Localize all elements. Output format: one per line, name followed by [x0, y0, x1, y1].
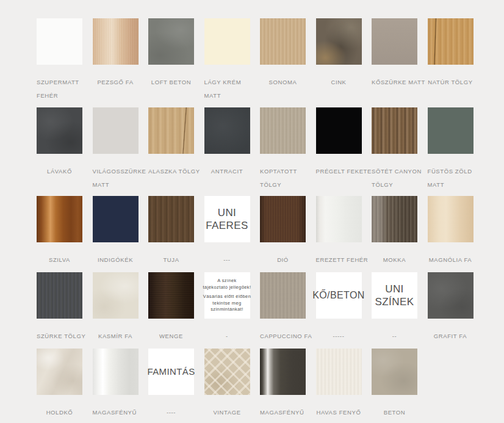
- vintage-swatch[interactable]: [204, 349, 250, 395]
- swatch-text-line: szinmintánkat!: [211, 306, 243, 313]
- grafit-fa-swatch[interactable]: [428, 272, 473, 319]
- swatch-cell-magnolia-fa: MAGNÓLIA FA: [428, 196, 484, 272]
- lagy-krem-matt-swatch[interactable]: [204, 18, 250, 65]
- swatch-label: SZILVA: [37, 253, 82, 267]
- cink-swatch[interactable]: [316, 18, 362, 65]
- szilva-swatch[interactable]: [37, 196, 82, 242]
- swatch-cell-natur-tolgy: NATÚR TÖLGY: [428, 18, 484, 107]
- magnolia-fa-swatch[interactable]: [428, 196, 473, 242]
- swatch-label: PRÉGELT FEKETE: [316, 165, 362, 178]
- swatch-cell-szurke-tolgy: SZÜRKE TÖLGY: [37, 272, 93, 349]
- natur-tolgy-swatch[interactable]: [428, 18, 473, 65]
- swatch-label: SZUPERMATTFEHÉR: [37, 76, 82, 103]
- swatch-label: HOLDKŐ: [37, 406, 82, 419]
- swatch-label: MOKKA: [372, 253, 417, 267]
- swatch-cell-magasfenyu-feher: MAGASFÉNYŰFEHÉR: [93, 349, 149, 423]
- alaszka-tolgy-swatch[interactable]: [148, 107, 194, 154]
- szin-info-swatch[interactable]: A színektájékoztató jellegűek!Vásárlás e…: [204, 272, 250, 319]
- swatch-cell-wenge: WENGE: [148, 272, 204, 349]
- swatch-cell-grafit-fa: GRAFIT FA: [428, 272, 484, 349]
- swatch-cell-ko-beton: KŐ/BETON-----: [316, 272, 372, 349]
- indigokek-swatch[interactable]: [93, 196, 139, 242]
- swatch-cell-antracit: ANTRACIT: [204, 107, 261, 196]
- swatch-cell-havas-fenyo: HAVAS FENYŐ: [316, 349, 372, 423]
- beton-swatch[interactable]: [372, 349, 417, 395]
- magasfenyu-grafitszurke-swatch[interactable]: [260, 349, 306, 395]
- swatch-cell-pezsgo-fa: PEZSGŐ FA: [93, 18, 149, 107]
- swatch-cell-cappuccino-fa: CAPPUCCINO FA: [260, 272, 316, 349]
- swatch-text-line: UNI: [385, 283, 403, 295]
- swatch-row: SZUPERMATTFEHÉRPEZSGŐ FALOFT BETONLÁGY K…: [37, 18, 504, 107]
- szupermatt-feher-swatch[interactable]: [37, 18, 82, 65]
- havas-fenyo-swatch[interactable]: [316, 349, 362, 395]
- swatch-cell-tuja: TUJA: [148, 196, 204, 272]
- swatch-label: MAGNÓLIA FA: [428, 253, 473, 267]
- swatch-cell-erezett-feher: EREZETT FEHÉR: [316, 196, 372, 272]
- swatch-cell-uni-szinek: UNISZÍNEK--: [372, 272, 428, 349]
- swatch-label: NATÚR TÖLGY: [428, 76, 473, 89]
- swatch-cell-lagy-krem-matt: LÁGY KRÉMMATT: [204, 18, 261, 107]
- swatch-text-line: FAMINTÁS: [147, 366, 195, 378]
- swatch-label: EREZETT FEHÉR: [316, 253, 362, 267]
- swatch-text-line: tájékoztató jellegűek!: [203, 284, 251, 291]
- holdko-swatch[interactable]: [37, 349, 82, 395]
- swatch-text-line: UNI: [218, 206, 236, 219]
- swatch-label: SÖTÉT CANYONTÖLGY: [372, 165, 417, 192]
- pregelt-fekete-swatch[interactable]: [316, 107, 362, 154]
- swatch-label: LÁGY KRÉMMATT: [204, 76, 250, 103]
- erezett-feher-swatch[interactable]: [316, 196, 362, 242]
- cappuccino-fa-swatch[interactable]: [260, 272, 306, 319]
- vilagosszurke-matt-swatch[interactable]: [93, 107, 139, 154]
- swatch-label: WENGE: [148, 330, 194, 343]
- swatch-cell-magasfenyu-grafitszurke: MAGASFÉNYŰGRAFITSZÜRKE: [260, 349, 316, 423]
- swatch-cell-famintas: FAMINTÁS----: [148, 349, 204, 423]
- uni-szinek-swatch[interactable]: UNISZÍNEK: [372, 272, 417, 319]
- swatch-text-line: SZÍNEK: [375, 295, 414, 308]
- swatch-cell-beton: BETON: [372, 349, 428, 423]
- swatch-cell-kasmir-fa: KASMÍR FA: [93, 272, 149, 349]
- mokka-swatch[interactable]: [372, 196, 417, 242]
- sonoma-swatch[interactable]: [260, 18, 306, 65]
- swatch-text-line: Vásárlás előtt élőben: [203, 294, 251, 300]
- dio-swatch[interactable]: [260, 196, 306, 242]
- swatch-cell-cink: CINK: [316, 18, 372, 107]
- swatch-cell-szin-info: A színektájékoztató jellegűek!Vásárlás e…: [204, 272, 261, 349]
- koszurke-matt-swatch[interactable]: [372, 18, 417, 65]
- swatch-cell-vintage: VINTAGE: [204, 349, 261, 423]
- pezsgo-fa-swatch[interactable]: [93, 18, 139, 65]
- kasmir-fa-swatch[interactable]: [93, 272, 139, 319]
- swatch-label: -----: [316, 330, 362, 343]
- swatch-cell-szupermatt-feher: SZUPERMATTFEHÉR: [37, 18, 93, 107]
- antracit-swatch[interactable]: [204, 107, 250, 154]
- swatch-label: VINTAGE: [204, 406, 250, 419]
- swatch-cell-uni-faeres: UNIFAERES---: [204, 196, 261, 272]
- swatch-label: HAVAS FENYŐ: [316, 406, 362, 419]
- tuja-swatch[interactable]: [148, 196, 194, 242]
- swatch-row: SZÜRKE TÖLGYKASMÍR FAWENGEA színektájéko…: [37, 272, 504, 349]
- swatch-label: INDIGÓKÉK: [93, 253, 139, 267]
- wenge-swatch[interactable]: [148, 272, 194, 319]
- swatch-label: --: [372, 330, 417, 343]
- uni-faeres-swatch[interactable]: UNIFAERES: [204, 196, 250, 242]
- lavako-swatch[interactable]: [37, 107, 82, 154]
- fustos-zold-matt-swatch[interactable]: [428, 107, 473, 154]
- sotet-canyon-tolgy-swatch[interactable]: [372, 107, 417, 154]
- swatch-cell-lavako: LÁVAKŐ: [37, 107, 93, 196]
- swatch-label: LÁVAKŐ: [37, 165, 82, 178]
- famintas-swatch[interactable]: FAMINTÁS: [148, 349, 194, 395]
- swatch-label: GRAFIT FA: [428, 330, 473, 343]
- swatch-label: PEZSGŐ FA: [93, 76, 139, 89]
- swatch-cell-holdko: HOLDKŐ: [37, 349, 93, 423]
- swatch-cell-koszurke-matt: KŐSZÜRKE MATT: [372, 18, 428, 107]
- swatch-label: BETON: [372, 406, 417, 419]
- swatch-grid: SZUPERMATTFEHÉRPEZSGŐ FALOFT BETONLÁGY K…: [0, 0, 504, 423]
- swatch-cell-sonoma: SONOMA: [260, 18, 316, 107]
- ko-beton-swatch[interactable]: KŐ/BETON: [316, 272, 362, 319]
- magasfenyu-feher-swatch[interactable]: [93, 349, 139, 395]
- swatch-row: SZILVAINDIGÓKÉKTUJAUNIFAERES---DIÓEREZET…: [37, 196, 504, 272]
- swatch-label: KASMÍR FA: [93, 330, 139, 343]
- szurke-tolgy-swatch[interactable]: [37, 272, 82, 319]
- koptatott-tolgy-swatch[interactable]: [260, 107, 306, 154]
- loft-beton-swatch[interactable]: [148, 18, 194, 65]
- swatch-cell-mokka: MOKKA: [372, 196, 428, 272]
